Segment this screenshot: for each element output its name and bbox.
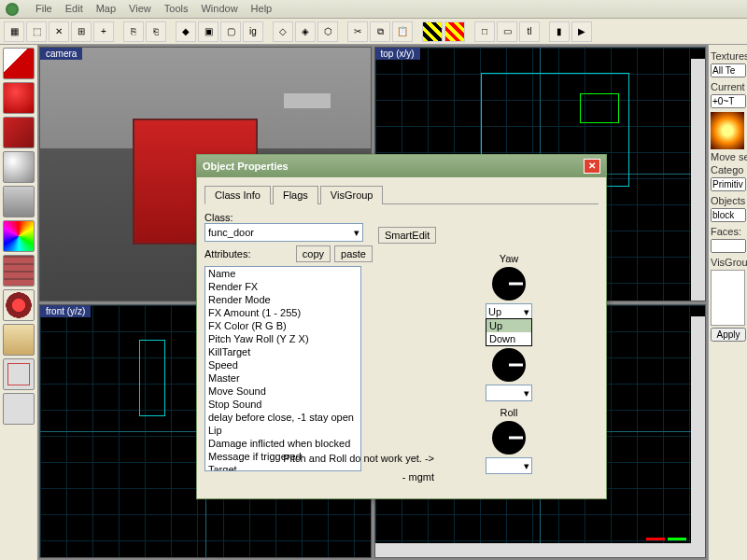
ceiling-light-geom <box>284 93 331 108</box>
camera-label: camera <box>40 48 82 60</box>
visgroup-list[interactable] <box>711 270 745 326</box>
hollow-icon[interactable]: ◇ <box>273 21 293 42</box>
copy-icon[interactable]: ⎘ <box>123 21 144 42</box>
objects-select[interactable] <box>711 208 746 222</box>
ungroup-icon[interactable]: ▢ <box>220 21 241 42</box>
attribute-item[interactable]: Target <box>205 463 360 471</box>
clip-tool-icon[interactable] <box>3 255 35 287</box>
block-tool-icon[interactable] <box>3 117 35 148</box>
category-select[interactable] <box>711 177 746 191</box>
group-icon[interactable]: ▣ <box>198 21 218 42</box>
yaw-dropdown-open[interactable]: Up Down <box>486 318 532 346</box>
chevron-down-icon: ▾ <box>524 460 529 472</box>
scrollbar-v[interactable] <box>691 316 705 558</box>
paste-button[interactable]: paste <box>334 245 373 262</box>
menu-window[interactable]: Window <box>201 3 237 15</box>
copy-button[interactable]: copy <box>296 245 331 262</box>
roll-select[interactable]: ▾ <box>486 457 532 474</box>
decal-tool-icon[interactable] <box>3 220 35 252</box>
tab-class-info[interactable]: Class Info <box>204 186 271 204</box>
attribute-item[interactable]: delay before close, -1 stay open <box>205 411 360 424</box>
texture-preview[interactable] <box>711 112 744 149</box>
apply-button[interactable]: Apply <box>711 328 746 342</box>
top-label: top (x/y) <box>375 48 420 60</box>
attribute-item[interactable]: Pitch Yaw Roll (Y Z X) <box>205 332 360 345</box>
right-panel: Textures Current Move selecte Catego Obj… <box>708 45 747 560</box>
vertex-tool-icon[interactable] <box>3 289 35 321</box>
attribute-item[interactable]: FX Color (R G B) <box>205 319 360 332</box>
class-select[interactable]: func_door ▾ <box>204 223 363 242</box>
tool-3d-icon[interactable]: ⬚ <box>26 21 47 42</box>
attribute-item[interactable]: KillTarget <box>205 345 360 358</box>
tl-icon[interactable]: tl <box>519 21 540 42</box>
clip-icon[interactable]: ◈ <box>295 21 316 42</box>
yaw-option-up[interactable]: Up <box>486 319 531 332</box>
chevron-down-icon: ▾ <box>354 227 359 239</box>
paste-icon[interactable]: ⎗ <box>146 21 166 42</box>
roll-dial[interactable] <box>492 421 526 455</box>
visgroup-label: VisGrou <box>711 257 745 268</box>
attribute-item[interactable]: Name <box>205 267 360 280</box>
attribute-item[interactable]: FX Amount (1 - 255) <box>205 306 360 319</box>
scrollbar-h[interactable] <box>375 543 692 557</box>
yaw-option-down[interactable]: Down <box>486 332 531 345</box>
current-texture-field[interactable] <box>711 94 746 108</box>
path-tool-icon[interactable] <box>3 324 35 356</box>
yaw-dial[interactable] <box>492 267 526 301</box>
dialog-title-text: Object Properties <box>203 161 289 172</box>
attribute-item[interactable]: Speed <box>205 358 360 371</box>
dialog-titlebar[interactable]: Object Properties ✕ <box>197 155 606 177</box>
entity-tool-icon[interactable] <box>3 82 35 114</box>
menu-edit[interactable]: Edit <box>65 3 83 15</box>
vertex-icon[interactable]: ⬡ <box>317 21 338 42</box>
snap2-icon[interactable]: ⊞ <box>71 21 92 42</box>
copy2-icon[interactable]: ⧉ <box>370 21 390 42</box>
menubar: File Edit Map View Tools Window Help <box>0 0 747 19</box>
snap-icon[interactable]: ✕ <box>49 21 69 42</box>
menu-view[interactable]: View <box>129 3 151 15</box>
menu-map[interactable]: Map <box>96 3 116 15</box>
attribute-item[interactable]: Master <box>205 371 360 385</box>
attribute-item[interactable]: Damage inflicted when blocked <box>205 437 360 450</box>
select2-icon[interactable]: ▭ <box>497 21 517 42</box>
close-icon[interactable]: ✕ <box>584 159 600 174</box>
texture-icon[interactable]: ▮ <box>549 21 570 42</box>
yaw-label: Yaw <box>434 253 584 264</box>
attribute-item[interactable]: Stop Sound <box>205 398 360 411</box>
scrollbar-v[interactable] <box>691 59 705 301</box>
attribute-item[interactable]: Lip <box>205 424 360 437</box>
run-icon[interactable]: ▶ <box>571 21 592 42</box>
menu-help[interactable]: Help <box>251 3 273 15</box>
attribute-item[interactable]: Render Mode <box>205 293 360 306</box>
grid-icon[interactable]: ▦ <box>4 21 24 42</box>
faces-field[interactable] <box>711 239 746 253</box>
selection-tool-icon[interactable] <box>3 48 35 79</box>
ig-icon[interactable]: ig <box>243 21 263 42</box>
chevron-down-icon: ▾ <box>524 306 529 318</box>
overlay-tool-icon[interactable] <box>3 393 35 425</box>
smartedit-button[interactable]: SmartEdit <box>378 227 436 244</box>
objects-label: Objects <box>711 195 745 206</box>
menu-tools[interactable]: Tools <box>164 3 189 15</box>
angle-section: Yaw Up ▾ Up Down ▾ Roll ▾ <box>434 251 584 474</box>
hazard2-icon[interactable] <box>444 21 465 42</box>
apply-texture-icon[interactable] <box>3 186 35 217</box>
textures-select[interactable] <box>711 63 746 77</box>
pitch-select[interactable]: ▾ <box>486 385 532 401</box>
attribute-item[interactable]: Render FX <box>205 280 360 293</box>
paste2-icon[interactable]: 📋 <box>392 21 413 42</box>
morph-tool-icon[interactable] <box>3 358 35 390</box>
attributes-list[interactable]: NameRender FXRender ModeFX Amount (1 - 2… <box>204 266 361 471</box>
pitch-dial[interactable] <box>492 348 526 382</box>
texture-tool-icon[interactable] <box>3 151 35 183</box>
cut-icon[interactable]: ✂ <box>347 21 368 42</box>
select-icon[interactable]: □ <box>474 21 495 42</box>
attribute-item[interactable]: Move Sound <box>205 385 360 398</box>
tab-visgroup[interactable]: VisGroup <box>320 186 384 204</box>
front-label: front (y/z) <box>40 305 91 317</box>
carve-icon[interactable]: ◆ <box>176 21 196 42</box>
menu-file[interactable]: File <box>35 3 52 15</box>
hazard-icon[interactable] <box>422 21 443 42</box>
tab-flags[interactable]: Flags <box>273 186 318 204</box>
add-icon[interactable]: + <box>93 21 114 42</box>
